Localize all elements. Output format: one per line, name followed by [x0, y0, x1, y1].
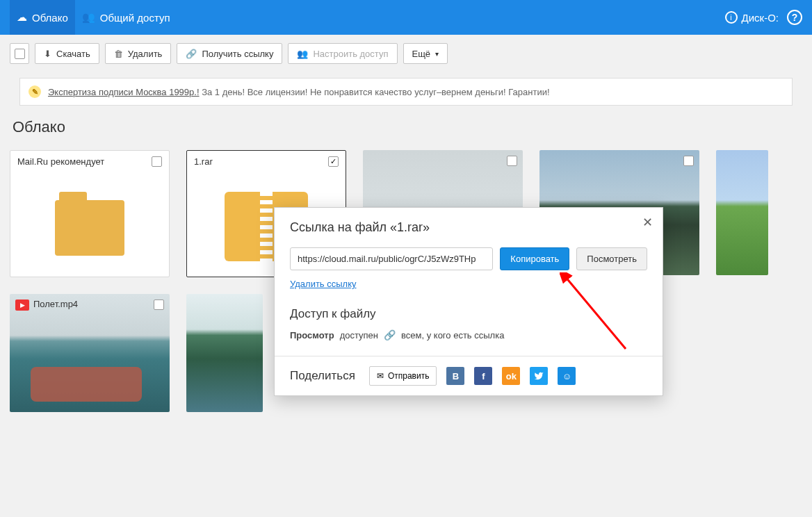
nav-shared[interactable]: 👥 Общий доступ: [75, 0, 177, 35]
view-button[interactable]: Посмотреть: [576, 247, 647, 270]
share-ok-button[interactable]: ok: [502, 367, 520, 385]
ad-text: За 1 день! Все лицензии! Не понравится к…: [202, 87, 549, 97]
mail-icon: ✉: [377, 371, 384, 381]
people-icon: 👥: [297, 49, 308, 59]
configure-access-button[interactable]: 👥 Настроить доступ: [288, 43, 397, 64]
tile-checkbox[interactable]: [683, 156, 694, 166]
people-icon: 👥: [82, 11, 95, 24]
tile-title: Mail.Ru рекомендует: [17, 156, 104, 167]
tile-checkbox[interactable]: [154, 299, 164, 310]
tile-title: Полет.mp4: [33, 299, 78, 309]
download-button[interactable]: ⬇ Скачать: [35, 43, 99, 64]
nav-cloud-label: Облако: [32, 12, 68, 24]
twitter-icon: [534, 371, 544, 381]
breadcrumb: Облако: [10, 106, 802, 150]
close-button[interactable]: ✕: [642, 215, 653, 230]
share-link-input[interactable]: [290, 247, 493, 270]
share-facebook-button[interactable]: f: [474, 367, 492, 385]
send-button[interactable]: ✉ Отправить: [369, 366, 437, 386]
folder-icon: [55, 200, 124, 256]
modal-title: Ссылка на файл «1.rar»: [290, 220, 647, 235]
chevron-down-icon: ▾: [435, 50, 439, 58]
select-all-checkbox[interactable]: [10, 43, 29, 64]
ad-badge-icon: ✎: [29, 85, 41, 98]
copy-button[interactable]: Копировать: [500, 247, 569, 270]
access-state-label: Просмотр: [290, 330, 334, 340]
tile-video-polyet[interactable]: ▶ Полет.mp4: [10, 294, 170, 412]
link-icon: 🔗: [186, 49, 197, 59]
tile-folder-recommend[interactable]: Mail.Ru рекомендует: [10, 150, 170, 277]
tile-checkbox[interactable]: [152, 156, 162, 167]
tile-checkbox[interactable]: [328, 156, 339, 167]
ad-banner[interactable]: ✎ Экспертиза подписи Москва 1999р.! За 1…: [19, 78, 793, 106]
share-link-modal: ✕ Ссылка на файл «1.rar» Копировать Посм…: [274, 207, 663, 396]
download-icon: ⬇: [44, 49, 51, 59]
access-who: всем, у кого есть ссылка: [401, 330, 504, 340]
get-link-button[interactable]: 🔗 Получить ссылку: [177, 43, 282, 64]
share-heading: Поделиться: [290, 369, 355, 383]
get-link-label: Получить ссылку: [202, 49, 273, 59]
send-label: Отправить: [388, 371, 430, 381]
share-twitter-button[interactable]: [530, 367, 548, 385]
share-mymail-button[interactable]: ☺: [558, 367, 576, 385]
more-label: Ещё: [412, 49, 431, 59]
cloud-icon: ☁: [17, 11, 27, 24]
delete-link[interactable]: Удалить ссылку: [290, 279, 357, 289]
nav-shared-label: Общий доступ: [100, 12, 170, 24]
link-icon: 🔗: [384, 329, 396, 340]
disk-o-label: Диск-О:: [742, 12, 779, 24]
tile-title: 1.rar: [194, 156, 213, 167]
video-icon: ▶: [15, 299, 29, 311]
disk-o-icon: i: [725, 11, 738, 24]
ad-link[interactable]: Экспертиза подписи Москва 1999р.!: [48, 87, 200, 97]
tile-photo-3[interactable]: [716, 150, 768, 275]
tile-photo-4[interactable]: [186, 294, 263, 412]
delete-label: Удалить: [128, 49, 163, 59]
share-vk-button[interactable]: B: [446, 367, 464, 385]
help-button[interactable]: ?: [787, 10, 802, 25]
access-state-value: доступен: [340, 330, 378, 340]
access-heading: Доступ к файлу: [290, 307, 647, 321]
configure-access-label: Настроить доступ: [313, 49, 388, 59]
more-button[interactable]: Ещё ▾: [403, 43, 448, 64]
nav-cloud[interactable]: ☁ Облако: [10, 0, 75, 35]
trash-icon: 🗑: [114, 49, 123, 59]
download-label: Скачать: [56, 49, 90, 59]
delete-button[interactable]: 🗑 Удалить: [105, 43, 172, 64]
disk-o-link[interactable]: i Диск-О:: [725, 11, 779, 24]
tile-checkbox[interactable]: [507, 156, 517, 166]
